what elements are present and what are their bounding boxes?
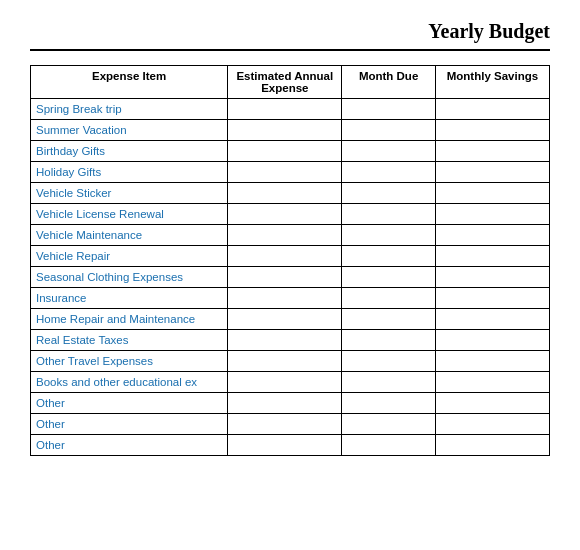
monthly-savings-cell xyxy=(435,330,549,351)
month-due-cell xyxy=(342,162,435,183)
month-due-cell xyxy=(342,372,435,393)
month-due-cell xyxy=(342,351,435,372)
estimated-annual-cell xyxy=(228,162,342,183)
table-row: Books and other educational ex xyxy=(31,372,550,393)
monthly-savings-cell xyxy=(435,141,549,162)
month-due-cell xyxy=(342,120,435,141)
header-estimated-annual: Estimated Annual Expense xyxy=(228,66,342,99)
month-due-cell xyxy=(342,204,435,225)
budget-table: Expense Item Estimated Annual Expense Mo… xyxy=(30,65,550,456)
header-expense-item: Expense Item xyxy=(31,66,228,99)
table-row: Holiday Gifts xyxy=(31,162,550,183)
table-row: Spring Break trip xyxy=(31,99,550,120)
month-due-cell xyxy=(342,288,435,309)
expense-item-cell: Insurance xyxy=(31,288,228,309)
expense-item-cell: Other xyxy=(31,414,228,435)
expense-item-cell: Books and other educational ex xyxy=(31,372,228,393)
monthly-savings-cell xyxy=(435,183,549,204)
estimated-annual-cell xyxy=(228,225,342,246)
expense-item-cell: Other Travel Expenses xyxy=(31,351,228,372)
table-header-row: Expense Item Estimated Annual Expense Mo… xyxy=(31,66,550,99)
table-row: Real Estate Taxes xyxy=(31,330,550,351)
monthly-savings-cell xyxy=(435,225,549,246)
monthly-savings-cell xyxy=(435,162,549,183)
month-due-cell xyxy=(342,183,435,204)
month-due-cell xyxy=(342,393,435,414)
month-due-cell xyxy=(342,414,435,435)
month-due-cell xyxy=(342,330,435,351)
monthly-savings-cell xyxy=(435,120,549,141)
expense-item-cell: Vehicle Sticker xyxy=(31,183,228,204)
table-row: Vehicle Sticker xyxy=(31,183,550,204)
expense-item-cell: Seasonal Clothing Expenses xyxy=(31,267,228,288)
table-row: Seasonal Clothing Expenses xyxy=(31,267,550,288)
monthly-savings-cell xyxy=(435,204,549,225)
monthly-savings-cell xyxy=(435,99,549,120)
title-divider xyxy=(30,49,550,51)
estimated-annual-cell xyxy=(228,99,342,120)
estimated-annual-cell xyxy=(228,204,342,225)
estimated-annual-cell xyxy=(228,330,342,351)
monthly-savings-cell xyxy=(435,393,549,414)
expense-item-cell: Vehicle License Renewal xyxy=(31,204,228,225)
table-row: Birthday Gifts xyxy=(31,141,550,162)
page-title: Yearly Budget xyxy=(30,20,550,43)
expense-item-cell: Holiday Gifts xyxy=(31,162,228,183)
monthly-savings-cell xyxy=(435,372,549,393)
estimated-annual-cell xyxy=(228,288,342,309)
monthly-savings-cell xyxy=(435,435,549,456)
monthly-savings-cell xyxy=(435,267,549,288)
month-due-cell xyxy=(342,225,435,246)
month-due-cell xyxy=(342,309,435,330)
expense-item-cell: Vehicle Repair xyxy=(31,246,228,267)
estimated-annual-cell xyxy=(228,246,342,267)
estimated-annual-cell xyxy=(228,372,342,393)
monthly-savings-cell xyxy=(435,288,549,309)
expense-item-cell: Real Estate Taxes xyxy=(31,330,228,351)
table-row: Other Travel Expenses xyxy=(31,351,550,372)
estimated-annual-cell xyxy=(228,414,342,435)
monthly-savings-cell xyxy=(435,414,549,435)
estimated-annual-cell xyxy=(228,267,342,288)
expense-item-cell: Birthday Gifts xyxy=(31,141,228,162)
estimated-annual-cell xyxy=(228,141,342,162)
table-row: Vehicle License Renewal xyxy=(31,204,550,225)
expense-item-cell: Other xyxy=(31,393,228,414)
header-month-due: Month Due xyxy=(342,66,435,99)
estimated-annual-cell xyxy=(228,435,342,456)
month-due-cell xyxy=(342,435,435,456)
month-due-cell xyxy=(342,246,435,267)
monthly-savings-cell xyxy=(435,351,549,372)
expense-item-cell: Summer Vacation xyxy=(31,120,228,141)
month-due-cell xyxy=(342,141,435,162)
expense-item-cell: Vehicle Maintenance xyxy=(31,225,228,246)
header-monthly-savings: Monthly Savings xyxy=(435,66,549,99)
estimated-annual-cell xyxy=(228,309,342,330)
monthly-savings-cell xyxy=(435,309,549,330)
estimated-annual-cell xyxy=(228,351,342,372)
monthly-savings-cell xyxy=(435,246,549,267)
estimated-annual-cell xyxy=(228,183,342,204)
month-due-cell xyxy=(342,267,435,288)
table-row: Other xyxy=(31,414,550,435)
table-row: Home Repair and Maintenance xyxy=(31,309,550,330)
table-row: Other xyxy=(31,435,550,456)
expense-item-cell: Other xyxy=(31,435,228,456)
month-due-cell xyxy=(342,99,435,120)
table-row: Other xyxy=(31,393,550,414)
table-row: Insurance xyxy=(31,288,550,309)
expense-item-cell: Home Repair and Maintenance xyxy=(31,309,228,330)
expense-item-cell: Spring Break trip xyxy=(31,99,228,120)
table-row: Vehicle Repair xyxy=(31,246,550,267)
estimated-annual-cell xyxy=(228,393,342,414)
estimated-annual-cell xyxy=(228,120,342,141)
table-row: Vehicle Maintenance xyxy=(31,225,550,246)
table-row: Summer Vacation xyxy=(31,120,550,141)
